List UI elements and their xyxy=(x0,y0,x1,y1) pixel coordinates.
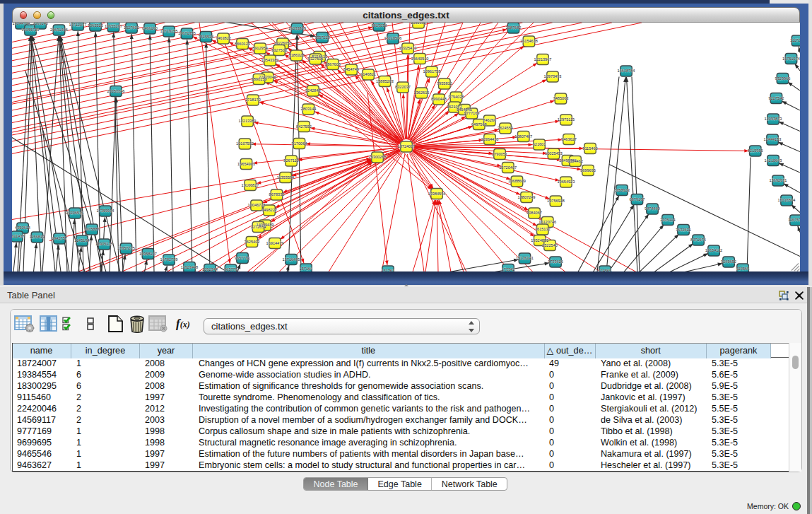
svg-text:12444153: 12444153 xyxy=(764,137,782,141)
svg-text:965779: 965779 xyxy=(224,267,237,271)
svg-text:19756928: 19756928 xyxy=(547,199,565,203)
svg-text:10543382: 10543382 xyxy=(261,58,279,62)
svg-text:10025453: 10025453 xyxy=(545,151,563,156)
svg-text:16640910: 16640910 xyxy=(411,56,429,60)
svg-text:19166827: 19166827 xyxy=(242,182,259,187)
svg-text:1145194: 1145194 xyxy=(74,238,89,243)
svg-text:15720407: 15720407 xyxy=(499,165,517,169)
svg-text:9975887: 9975887 xyxy=(84,227,100,231)
svg-text:8678332: 8678332 xyxy=(269,192,285,197)
svg-text:9384462: 9384462 xyxy=(567,158,583,163)
svg-text:15885203: 15885203 xyxy=(376,78,394,83)
svg-text:8471676: 8471676 xyxy=(690,238,706,242)
svg-text:10671355: 10671355 xyxy=(178,31,196,35)
svg-text:19654923: 19654923 xyxy=(557,180,575,184)
svg-text:9327503: 9327503 xyxy=(271,47,287,52)
svg-text:1065525: 1065525 xyxy=(88,23,103,28)
svg-text:157164: 157164 xyxy=(300,267,313,271)
svg-text:16914479: 16914479 xyxy=(266,240,284,245)
svg-text:6879197: 6879197 xyxy=(630,197,645,201)
svg-text:621601: 621601 xyxy=(533,142,546,146)
svg-text:1092344: 1092344 xyxy=(202,267,218,271)
svg-text:8215955: 8215955 xyxy=(748,148,763,153)
svg-text:1117205: 1117205 xyxy=(790,38,800,42)
svg-text:8186328: 8186328 xyxy=(289,53,305,57)
svg-text:1790051: 1790051 xyxy=(492,151,507,156)
svg-text:9777169: 9777169 xyxy=(464,111,480,115)
svg-text:19384554: 19384554 xyxy=(428,191,446,195)
svg-text:11923448: 11923448 xyxy=(181,264,198,269)
svg-text:9146821: 9146821 xyxy=(360,72,376,76)
svg-text:15716485: 15716485 xyxy=(283,257,300,261)
svg-text:9657791: 9657791 xyxy=(235,255,250,259)
svg-text:3624554: 3624554 xyxy=(498,126,513,130)
svg-text:2935114: 2935114 xyxy=(660,217,675,221)
svg-text:9474444: 9474444 xyxy=(645,206,660,211)
svg-text:10046728: 10046728 xyxy=(248,203,266,207)
svg-text:11353594: 11353594 xyxy=(277,175,294,179)
svg-text:20691406: 20691406 xyxy=(50,28,68,32)
svg-text:6958923: 6958923 xyxy=(614,187,630,192)
svg-text:8427552: 8427552 xyxy=(296,124,312,128)
svg-text:2803144: 2803144 xyxy=(301,107,317,111)
svg-text:17359934: 17359934 xyxy=(97,209,114,213)
svg-text:16044704: 16044704 xyxy=(13,23,30,25)
svg-text:7357224: 7357224 xyxy=(314,35,330,39)
svg-text:7955812: 7955812 xyxy=(437,81,452,86)
svg-text:13226058: 13226058 xyxy=(274,41,292,45)
svg-text:746266: 746266 xyxy=(483,118,496,122)
svg-text:8990448: 8990448 xyxy=(431,97,447,101)
svg-text:9463627: 9463627 xyxy=(561,136,577,141)
svg-text:10712077: 10712077 xyxy=(69,23,87,27)
svg-text:2087682: 2087682 xyxy=(506,25,522,30)
svg-text:12213967: 12213967 xyxy=(534,57,552,61)
svg-text:10973493: 10973493 xyxy=(544,74,562,78)
svg-text:15136141: 15136141 xyxy=(516,256,534,260)
svg-text:8660123: 8660123 xyxy=(235,41,250,45)
svg-text:25300265: 25300265 xyxy=(369,155,387,159)
svg-text:3911437: 3911437 xyxy=(12,234,25,238)
svg-text:16154638: 16154638 xyxy=(520,39,538,43)
svg-text:7625402: 7625402 xyxy=(245,239,260,243)
svg-text:16782759: 16782759 xyxy=(160,257,178,262)
svg-text:8267110: 8267110 xyxy=(283,158,298,163)
svg-text:10961758: 10961758 xyxy=(423,69,440,74)
svg-text:16210643: 16210643 xyxy=(765,158,782,162)
svg-text:1615132: 1615132 xyxy=(535,227,551,231)
svg-text:9242848: 9242848 xyxy=(305,88,321,93)
svg-text:8322037: 8322037 xyxy=(395,85,411,89)
svg-text:19524851: 19524851 xyxy=(531,238,548,242)
svg-text:17957225: 17957225 xyxy=(117,246,135,250)
svg-text:15692971: 15692971 xyxy=(770,178,787,182)
svg-text:10654112: 10654112 xyxy=(705,248,722,252)
svg-text:1527602: 1527602 xyxy=(124,25,139,30)
svg-text:2069140: 2069140 xyxy=(33,23,48,25)
svg-text:12905135: 12905135 xyxy=(95,242,113,246)
svg-text:9115460: 9115460 xyxy=(582,146,597,150)
svg-text:10807487: 10807487 xyxy=(514,134,532,138)
svg-text:12093873: 12093873 xyxy=(765,117,782,121)
svg-text:9227542: 9227542 xyxy=(769,95,784,100)
svg-text:2942757: 2942757 xyxy=(52,236,67,240)
svg-text:9170064: 9170064 xyxy=(292,141,307,145)
svg-text:1362615: 1362615 xyxy=(414,90,430,95)
svg-text:7515526: 7515526 xyxy=(199,34,214,38)
svg-text:16120746: 16120746 xyxy=(539,219,556,223)
svg-text:19654903: 19654903 xyxy=(237,161,255,165)
svg-text:19218506: 19218506 xyxy=(384,36,402,40)
svg-text:8813054: 8813054 xyxy=(372,23,387,28)
svg-text:1156819: 1156819 xyxy=(30,235,45,239)
svg-text:8454749: 8454749 xyxy=(343,67,359,71)
svg-text:16033809: 16033809 xyxy=(288,26,306,30)
svg-text:6497568: 6497568 xyxy=(471,122,487,126)
svg-text:6466160: 6466160 xyxy=(142,26,158,30)
svg-text:2718170: 2718170 xyxy=(245,98,261,102)
svg-text:1592382: 1592382 xyxy=(411,23,426,25)
svg-text:20364436: 20364436 xyxy=(481,136,499,141)
svg-text:16648784: 16648784 xyxy=(618,69,635,73)
svg-text:173342: 173342 xyxy=(502,267,515,271)
svg-text:18724007: 18724007 xyxy=(398,144,416,148)
svg-text:20053346: 20053346 xyxy=(107,88,125,93)
svg-text:10655267: 10655267 xyxy=(105,24,122,28)
svg-text:9245652: 9245652 xyxy=(721,259,736,264)
